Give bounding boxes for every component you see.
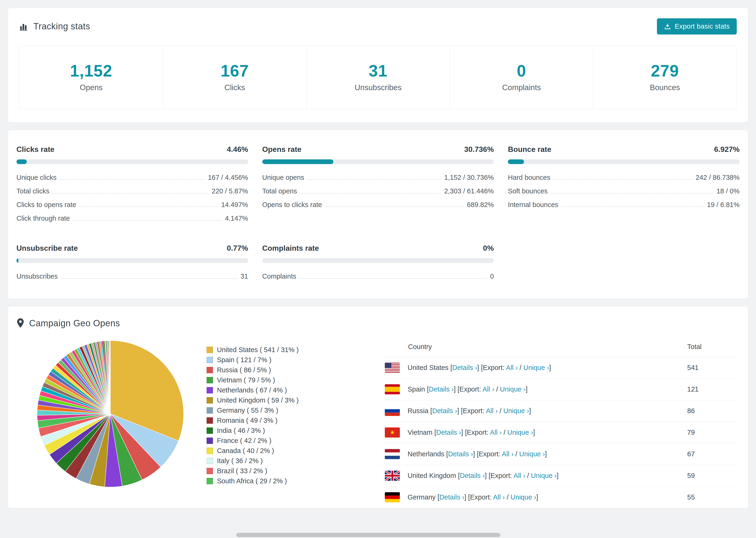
export-all-link[interactable]: All › [502, 450, 513, 458]
unsubscribe-rate-progress-fill [17, 258, 18, 263]
details-link[interactable]: Details › [460, 472, 485, 479]
opens-rate-rows: Unique opens1,152 / 30.736%Total opens2,… [262, 170, 494, 211]
legend-item: Germany ( 55 / 3% ) [207, 405, 348, 415]
legend-label: United States ( 541 / 31% ) [217, 346, 298, 354]
rate-metric-row: Clicks to opens rate14.497% [17, 197, 248, 211]
export-all-link[interactable]: All › [506, 364, 518, 371]
export-all-link[interactable]: All › [513, 472, 525, 479]
rate-metric-row: Complaints0 [262, 269, 494, 282]
map-pin-icon [17, 318, 25, 328]
metric-value: 18 / 0% [717, 187, 739, 195]
export-unique-link[interactable]: Unique › [531, 472, 557, 479]
campaign-geo-opens-title: Campaign Geo Opens [17, 318, 739, 328]
legend-swatch [207, 347, 213, 353]
metric-value: 242 / 86.738% [696, 174, 739, 182]
details-link[interactable]: Details › [436, 429, 461, 436]
metric-label: Hard bounces [508, 174, 550, 182]
horizontal-scrollbar-thumb[interactable] [236, 533, 500, 537]
country-total: 67 [687, 450, 739, 458]
legend-item: India ( 46 / 3% ) [207, 426, 348, 436]
country-cell: Vietnam [Details ›] [Export: All › / Uni… [407, 429, 687, 436]
export-unique-link[interactable]: Unique › [511, 493, 536, 501]
rate-metric-row: Unique opens1,152 / 30.736% [262, 170, 494, 183]
clicks-rate-title: Clicks rate [17, 145, 54, 154]
export-all-link[interactable]: All › [490, 429, 502, 436]
country-cell: Germany [Details ›] [Export: All › / Uni… [407, 493, 687, 501]
legend-label: Italy ( 36 / 2% ) [217, 457, 263, 465]
stat-unsubscribes: 31 Unsubscribes [306, 46, 450, 109]
geo-table-body: United States [Details ›] [Export: All ›… [380, 357, 739, 508]
legend-item: Canada ( 40 / 2% ) [207, 446, 348, 456]
details-link[interactable]: Details › [429, 385, 454, 393]
campaign-geo-opens-card: Campaign Geo Opens United States ( 541 /… [8, 306, 748, 508]
country-cell: Spain [Details ›] [Export: All › / Uniqu… [407, 385, 687, 393]
export-all-link[interactable]: All › [493, 493, 505, 501]
dotted-leader [300, 193, 441, 193]
legend-swatch [207, 387, 213, 394]
legend-item: Netherlands ( 67 / 4% ) [207, 385, 348, 395]
geo-table-row: Netherlands [Details ›] [Export: All › /… [380, 443, 739, 465]
tracking-stats-title: Tracking stats [19, 21, 90, 31]
geo-pie-chart [35, 339, 186, 489]
rate-metric-row: Soft bounces18 / 0% [508, 183, 739, 197]
export-unique-link[interactable]: Unique › [519, 450, 545, 458]
stat-bounces: 279 Bounces [593, 46, 736, 109]
opens-rate-title: Opens rate [262, 145, 301, 154]
country-flag-ru [385, 406, 400, 416]
export-unique-link[interactable]: Unique › [507, 429, 533, 436]
legend-item: Romania ( 49 / 3% ) [207, 415, 348, 426]
rates-card: Clicks rate 4.46% Unique clicks167 / 4.4… [8, 130, 748, 299]
bounce-rate-title: Bounce rate [508, 145, 551, 154]
complaints-rate-rows: Complaints0 [262, 269, 494, 282]
stat-unsubscribes-label: Unsubscribes [307, 83, 450, 92]
export-unique-link[interactable]: Unique › [503, 407, 529, 414]
metric-label: Soft bounces [508, 187, 548, 195]
opens-rate-block: Opens rate 30.736% Unique opens1,152 / 3… [262, 145, 494, 224]
stat-opens-label: Opens [20, 83, 163, 92]
metric-label: Click through rate [17, 215, 70, 222]
rate-metric-row: Opens to clicks rate689.82% [262, 197, 494, 211]
unsubscribe-rate-title: Unsubscribe rate [17, 244, 78, 252]
legend-item: Vietnam ( 79 / 5% ) [207, 375, 348, 385]
complaints-rate-progress [262, 258, 494, 263]
country-total: 86 [687, 407, 739, 415]
legend-swatch [207, 417, 213, 424]
country-total: 79 [687, 429, 739, 436]
geo-table-header-total: Total [687, 343, 739, 351]
legend-label: Vietnam ( 79 / 5% ) [217, 376, 275, 384]
stat-clicks-label: Clicks [163, 83, 306, 92]
export-all-link[interactable]: All › [482, 385, 494, 393]
clicks-rate-progress-fill [17, 159, 27, 164]
country-cell: United Kingdom [Details ›] [Export: All … [407, 472, 687, 480]
country-flag-nl [385, 449, 400, 459]
rate-metric-row: Click through rate4.147% [17, 211, 248, 224]
geo-table-row: Germany [Details ›] [Export: All › / Uni… [380, 486, 739, 508]
bounce-rate-progress [508, 159, 739, 164]
bounce-rate-progress-fill [508, 159, 524, 164]
dotted-leader [325, 207, 464, 207]
export-unique-link[interactable]: Unique › [500, 385, 526, 393]
opens-rate-value: 30.736% [464, 145, 494, 154]
export-unique-link[interactable]: Unique › [523, 364, 549, 371]
metric-label: Internal bounces [508, 201, 558, 209]
complaints-rate-block: Complaints rate 0% Complaints0 [262, 244, 494, 282]
legend-item: South Africa ( 29 / 2% ) [207, 476, 348, 486]
details-link[interactable]: Details › [452, 364, 477, 371]
details-link[interactable]: Details › [432, 407, 457, 414]
legend-swatch [207, 367, 213, 373]
tracking-stats-header: Tracking stats Export basic stats [19, 18, 737, 34]
export-download-icon [664, 23, 671, 30]
export-basic-stats-button[interactable]: Export basic stats [657, 18, 737, 34]
rate-metric-row: Total clicks220 / 5.87% [17, 183, 248, 197]
details-link[interactable]: Details › [439, 493, 464, 501]
geo-table-header-country: Country [408, 343, 687, 351]
details-link[interactable]: Details › [448, 450, 473, 458]
opens-rate-progress-fill [262, 159, 333, 164]
legend-label: Romania ( 49 / 3% ) [217, 417, 278, 424]
dotted-leader [59, 179, 205, 180]
export-all-link[interactable]: All › [486, 407, 498, 414]
tracking-stats-title-text: Tracking stats [33, 21, 90, 31]
geo-pie-svg [35, 339, 186, 489]
legend-label: India ( 46 / 3% ) [217, 427, 265, 435]
opens-rate-progress [262, 159, 494, 164]
